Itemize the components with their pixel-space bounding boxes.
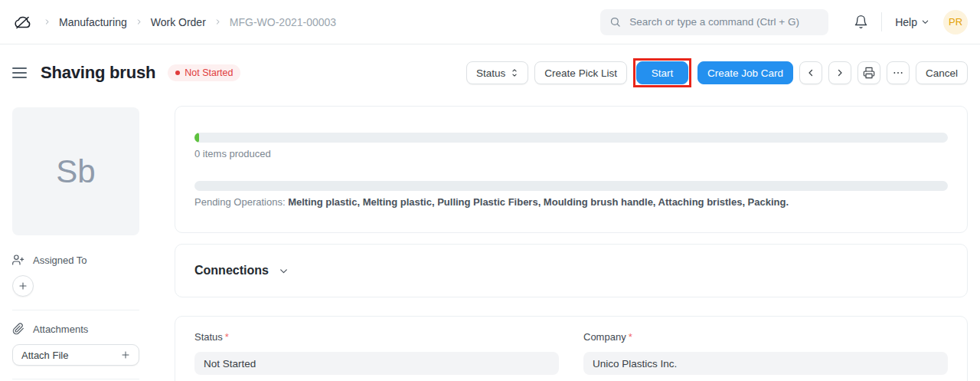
page-actions: Status Create Pick List Start Create Job…	[466, 58, 968, 87]
help-menu[interactable]: Help	[895, 16, 929, 28]
print-button[interactable]	[858, 61, 880, 84]
items-produced-progress-bar	[194, 133, 948, 143]
status-dropdown-label: Status	[476, 67, 505, 79]
connections-section-toggle[interactable]: Connections	[194, 264, 289, 278]
field-label-text: Status	[194, 331, 223, 343]
search-input[interactable]	[628, 15, 819, 28]
chevron-left-icon	[806, 68, 815, 77]
add-assignment-button[interactable]	[12, 275, 34, 297]
breadcrumb-item-current: MFG-WO-2021-00003	[230, 16, 336, 28]
sort-arrows-icon	[511, 68, 518, 77]
global-search[interactable]	[600, 9, 828, 35]
search-icon	[609, 16, 621, 28]
attach-file-label: Attach File	[21, 350, 68, 361]
attachments-section: Attachments	[12, 323, 139, 335]
assigned-to-label: Assigned To	[33, 255, 87, 266]
user-avatar[interactable]: PR	[943, 10, 968, 34]
help-label: Help	[895, 16, 917, 28]
user-plus-icon	[12, 254, 24, 266]
required-asterisk: *	[225, 331, 229, 343]
status-badge-label: Not Started	[185, 67, 233, 78]
status-field: Status*	[194, 331, 559, 375]
pending-operations-list: Melting plastic, Melting plastic, Pullin…	[288, 196, 786, 208]
field-label-text: Company	[583, 331, 626, 343]
progress-fill	[194, 133, 199, 143]
attachments-label: Attachments	[33, 324, 88, 335]
operations-progress-bar	[194, 181, 948, 191]
create-job-card-button[interactable]: Create Job Card	[697, 61, 793, 84]
item-image-placeholder: Sb	[12, 107, 139, 235]
status-input[interactable]	[194, 352, 559, 375]
printer-icon	[863, 67, 875, 79]
notifications-bell-icon[interactable]	[854, 15, 868, 29]
navbar: Manufacturing Work Order MFG-WO-2021-000…	[0, 0, 980, 44]
progress-card: 0 items produced Pending Operations: Mel…	[175, 106, 968, 233]
chevron-right-icon	[44, 18, 51, 25]
status-badge: Not Started	[168, 64, 240, 81]
sidebar-toggle-icon[interactable]	[12, 66, 27, 80]
connections-title: Connections	[194, 264, 269, 278]
sidebar-divider	[12, 310, 139, 310]
next-document-button[interactable]	[828, 61, 851, 84]
chevron-down-icon	[279, 266, 289, 276]
details-card: Status* Company*	[175, 316, 968, 381]
company-field-label: Company*	[583, 331, 948, 343]
paperclip-icon	[12, 323, 24, 335]
plus-icon	[121, 350, 130, 360]
form-body: 0 items produced Pending Operations: Mel…	[175, 106, 968, 381]
navbar-divider	[881, 12, 882, 31]
page-head: Shaving brush Not Started Status Create …	[0, 44, 980, 87]
breadcrumb-item-work-order[interactable]: Work Order	[151, 16, 206, 28]
chevron-right-icon	[835, 68, 844, 77]
cancel-button[interactable]: Cancel	[916, 61, 968, 84]
previous-document-button[interactable]	[799, 61, 822, 84]
create-pick-list-button[interactable]: Create Pick List	[534, 61, 627, 84]
assigned-to-section: Assigned To	[12, 254, 139, 266]
breadcrumb-item-manufacturing[interactable]: Manufacturing	[59, 16, 127, 28]
company-input[interactable]	[583, 352, 948, 375]
plus-icon	[18, 281, 28, 291]
status-dropdown-button[interactable]: Status	[466, 61, 528, 84]
page-title: Shaving brush	[41, 63, 155, 83]
chevron-right-icon	[136, 18, 142, 25]
form-sidebar: Sb Assigned To Attachments Attach File	[12, 106, 139, 381]
more-menu-button[interactable]	[887, 61, 910, 84]
ellipsis-icon	[893, 67, 903, 78]
status-dot-icon	[175, 71, 180, 75]
items-produced-label: 0 items produced	[194, 148, 948, 159]
sidebar-divider	[12, 379, 139, 379]
status-field-label: Status*	[194, 331, 559, 343]
required-asterisk: *	[629, 331, 632, 343]
pending-operations-suffix: .	[786, 196, 789, 208]
connections-card: Connections	[175, 244, 968, 297]
highlight-box: Start	[633, 58, 691, 87]
app-logo-icon[interactable]	[12, 13, 33, 31]
chevron-right-icon	[214, 18, 221, 25]
chevron-down-icon	[921, 18, 929, 26]
form-layout: Sb Assigned To Attachments Attach File	[0, 87, 980, 381]
pending-operations-text: Pending Operations: Melting plastic, Mel…	[194, 196, 948, 208]
attach-file-button[interactable]: Attach File	[12, 344, 139, 366]
breadcrumb: Manufacturing Work Order MFG-WO-2021-000…	[44, 16, 336, 28]
pending-operations-prefix: Pending Operations:	[194, 196, 288, 208]
start-button[interactable]: Start	[636, 61, 688, 84]
company-field: Company*	[583, 331, 948, 375]
